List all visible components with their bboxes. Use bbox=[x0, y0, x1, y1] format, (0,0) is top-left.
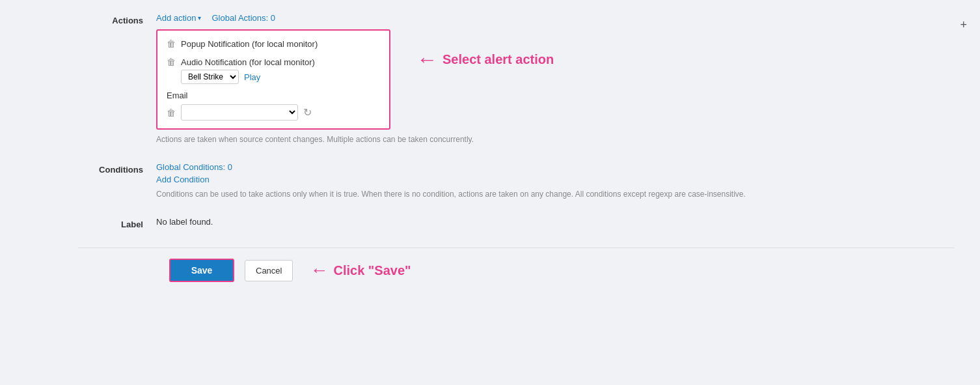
bell-strike-select[interactable]: Bell Strike bbox=[181, 70, 239, 84]
conditions-section: Conditions Global Conditions: 0 Add Cond… bbox=[78, 162, 954, 199]
actions-header: Add action ▾ Global Actions: 0 bbox=[156, 13, 954, 23]
play-button[interactable]: Play bbox=[244, 72, 260, 82]
save-arrow-icon: ← bbox=[310, 260, 328, 281]
footer-divider bbox=[78, 248, 954, 248]
conditions-content: Global Conditions: 0 Add Condition Condi… bbox=[156, 162, 954, 199]
audio-controls: Bell Strike Play bbox=[167, 70, 380, 84]
global-actions-link[interactable]: Global Actions: 0 bbox=[211, 13, 275, 23]
label-section: Label No label found. bbox=[78, 217, 954, 229]
save-button[interactable]: Save bbox=[169, 259, 234, 282]
audio-action-text: Audio Notification (for local monitor) bbox=[181, 57, 315, 67]
label-section-content: No label found. bbox=[156, 217, 954, 227]
annotation-arrow-icon: ← bbox=[416, 49, 437, 70]
popup-action-item: 🗑 Popup Notification (for local monitor) bbox=[167, 38, 380, 49]
save-section: Save Cancel ← Click "Save" bbox=[78, 259, 954, 282]
save-annotation: ← Click "Save" bbox=[310, 260, 411, 281]
popup-trash-icon[interactable]: 🗑 bbox=[167, 38, 176, 49]
actions-helper-text: Actions are taken when source content ch… bbox=[156, 135, 954, 144]
select-alert-annotation: ← Select alert action bbox=[416, 49, 554, 70]
email-trash-icon[interactable]: 🗑 bbox=[167, 107, 176, 118]
email-section: Email 🗑 ↻ bbox=[167, 91, 380, 121]
email-label: Email bbox=[167, 91, 380, 100]
conditions-label: Conditions bbox=[78, 162, 156, 175]
actions-label: Actions bbox=[78, 13, 156, 25]
label-section-label: Label bbox=[78, 217, 156, 229]
plus-icon[interactable]: + bbox=[960, 18, 967, 32]
dropdown-arrow-icon: ▾ bbox=[198, 14, 201, 21]
save-annotation-text: Click "Save" bbox=[333, 263, 411, 278]
actions-section: Actions Add action ▾ Global Actions: 0 🗑… bbox=[78, 13, 954, 144]
email-row: 🗑 ↻ bbox=[167, 104, 380, 121]
audio-action-item: 🗑 Audio Notification (for local monitor) bbox=[167, 57, 380, 67]
annotation-text: Select alert action bbox=[442, 52, 554, 67]
refresh-icon[interactable]: ↻ bbox=[303, 106, 312, 119]
email-select[interactable] bbox=[181, 104, 298, 121]
conditions-helper-text: Conditions can be used to take actions o… bbox=[156, 190, 937, 199]
audio-trash-icon[interactable]: 🗑 bbox=[167, 57, 176, 67]
actions-box: 🗑 Popup Notification (for local monitor)… bbox=[156, 29, 390, 130]
actions-content: Add action ▾ Global Actions: 0 🗑 Popup N… bbox=[156, 13, 954, 144]
add-condition-link[interactable]: Add Condition bbox=[156, 175, 954, 184]
label-value: No label found. bbox=[156, 214, 213, 227]
actions-wrapper: 🗑 Popup Notification (for local monitor)… bbox=[156, 29, 954, 130]
popup-action-text: Popup Notification (for local monitor) bbox=[181, 39, 318, 49]
add-action-button[interactable]: Add action ▾ bbox=[156, 13, 201, 23]
global-conditions-link[interactable]: Global Conditions: 0 bbox=[156, 162, 954, 172]
cancel-button[interactable]: Cancel bbox=[245, 260, 293, 281]
